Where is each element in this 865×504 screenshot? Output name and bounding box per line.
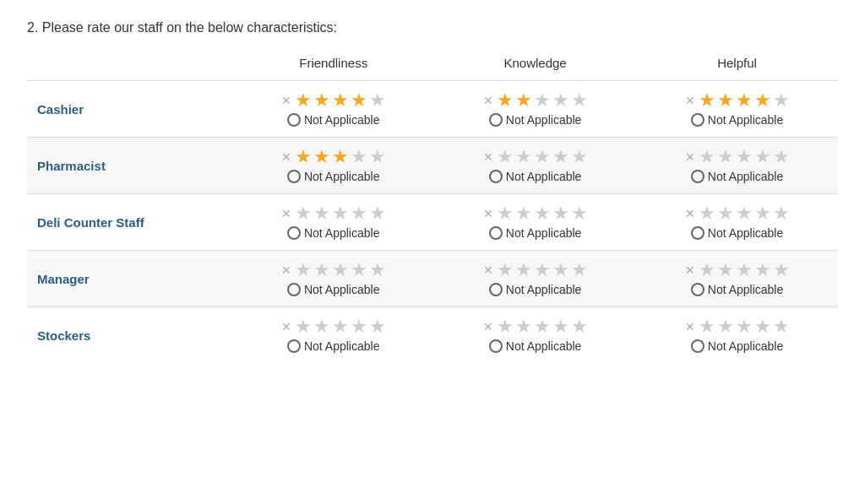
radio-not-applicable[interactable] <box>691 283 705 296</box>
stars-row-1-friendliness[interactable]: ✕★★★★★ <box>242 148 424 166</box>
na-row-4-helpful[interactable]: Not Applicable <box>646 339 828 353</box>
radio-not-applicable[interactable] <box>691 226 705 240</box>
stars-row-4-helpful[interactable]: ✕★★★★★ <box>646 317 828 336</box>
x-mark-icon[interactable]: ✕ <box>685 263 695 277</box>
star-empty[interactable]: ★ <box>571 204 588 223</box>
star-empty[interactable]: ★ <box>295 261 312 279</box>
radio-not-applicable[interactable] <box>489 170 503 183</box>
na-row-2-friendliness[interactable]: Not Applicable <box>242 226 424 240</box>
star-filled[interactable]: ★ <box>295 148 312 166</box>
star-empty[interactable]: ★ <box>515 317 532 336</box>
stars-row-0-friendliness[interactable]: ✕★★★★★ <box>242 91 424 110</box>
na-row-0-helpful[interactable]: Not Applicable <box>646 113 828 127</box>
star-filled[interactable]: ★ <box>313 91 330 110</box>
x-mark-icon[interactable]: ✕ <box>483 94 493 107</box>
star-empty[interactable]: ★ <box>313 261 330 279</box>
star-filled[interactable]: ★ <box>515 91 532 110</box>
star-empty[interactable]: ★ <box>699 148 715 166</box>
x-mark-icon[interactable]: ✕ <box>281 263 291 277</box>
star-empty[interactable]: ★ <box>571 91 588 110</box>
star-empty[interactable]: ★ <box>552 91 569 110</box>
star-empty[interactable]: ★ <box>332 317 349 336</box>
stars-row-1-knowledge[interactable]: ✕★★★★★ <box>444 148 626 166</box>
star-empty[interactable]: ★ <box>534 91 551 110</box>
star-empty[interactable]: ★ <box>497 261 514 279</box>
star-filled[interactable]: ★ <box>717 91 734 110</box>
star-empty[interactable]: ★ <box>497 317 514 336</box>
radio-not-applicable[interactable] <box>287 283 301 296</box>
star-filled[interactable]: ★ <box>736 91 753 110</box>
star-empty[interactable]: ★ <box>552 317 569 336</box>
na-row-4-friendliness[interactable]: Not Applicable <box>242 339 424 353</box>
star-empty[interactable]: ★ <box>754 204 771 223</box>
star-empty[interactable]: ★ <box>717 148 734 166</box>
star-empty[interactable]: ★ <box>736 261 753 279</box>
star-filled[interactable]: ★ <box>332 148 349 166</box>
star-empty[interactable]: ★ <box>754 148 771 166</box>
star-empty[interactable]: ★ <box>773 91 790 110</box>
star-empty[interactable]: ★ <box>313 204 330 223</box>
stars-row-0-helpful[interactable]: ✕★★★★★ <box>646 91 828 110</box>
star-empty[interactable]: ★ <box>369 317 386 336</box>
star-empty[interactable]: ★ <box>571 148 588 166</box>
star-empty[interactable]: ★ <box>351 148 367 166</box>
star-empty[interactable]: ★ <box>295 204 312 223</box>
radio-not-applicable[interactable] <box>489 283 503 296</box>
stars-row-4-friendliness[interactable]: ✕★★★★★ <box>242 317 424 336</box>
na-row-2-helpful[interactable]: Not Applicable <box>646 226 828 240</box>
stars-row-2-helpful[interactable]: ✕★★★★★ <box>646 204 828 223</box>
stars-row-2-knowledge[interactable]: ✕★★★★★ <box>444 204 626 223</box>
star-empty[interactable]: ★ <box>571 317 588 336</box>
na-row-0-knowledge[interactable]: Not Applicable <box>444 113 626 127</box>
star-empty[interactable]: ★ <box>773 317 790 336</box>
star-empty[interactable]: ★ <box>332 204 349 223</box>
star-empty[interactable]: ★ <box>332 261 349 279</box>
star-filled[interactable]: ★ <box>699 91 715 110</box>
x-mark-icon[interactable]: ✕ <box>483 263 493 277</box>
na-row-0-friendliness[interactable]: Not Applicable <box>242 113 424 127</box>
star-empty[interactable]: ★ <box>497 148 514 166</box>
x-mark-icon[interactable]: ✕ <box>685 94 695 107</box>
star-empty[interactable]: ★ <box>369 204 386 223</box>
star-empty[interactable]: ★ <box>515 148 532 166</box>
star-filled[interactable]: ★ <box>332 91 349 110</box>
star-empty[interactable]: ★ <box>313 317 330 336</box>
x-mark-icon[interactable]: ✕ <box>281 207 291 220</box>
x-mark-icon[interactable]: ✕ <box>483 207 493 220</box>
na-row-1-helpful[interactable]: Not Applicable <box>646 170 828 183</box>
star-empty[interactable]: ★ <box>773 204 790 223</box>
star-empty[interactable]: ★ <box>552 261 569 279</box>
x-mark-icon[interactable]: ✕ <box>483 320 493 333</box>
star-empty[interactable]: ★ <box>699 261 715 279</box>
star-empty[interactable]: ★ <box>515 261 532 279</box>
radio-not-applicable[interactable] <box>287 339 301 353</box>
star-empty[interactable]: ★ <box>497 204 514 223</box>
na-row-3-knowledge[interactable]: Not Applicable <box>444 283 626 296</box>
star-empty[interactable]: ★ <box>351 317 367 336</box>
x-mark-icon[interactable]: ✕ <box>281 150 291 164</box>
stars-row-3-knowledge[interactable]: ✕★★★★★ <box>444 261 626 279</box>
star-empty[interactable]: ★ <box>369 148 386 166</box>
radio-not-applicable[interactable] <box>287 113 301 127</box>
na-row-2-knowledge[interactable]: Not Applicable <box>444 226 626 240</box>
star-filled[interactable]: ★ <box>295 91 312 110</box>
na-row-1-knowledge[interactable]: Not Applicable <box>444 170 626 183</box>
star-filled[interactable]: ★ <box>754 91 771 110</box>
radio-not-applicable[interactable] <box>691 339 705 353</box>
na-row-3-friendliness[interactable]: Not Applicable <box>242 283 424 296</box>
star-empty[interactable]: ★ <box>534 261 551 279</box>
na-row-3-helpful[interactable]: Not Applicable <box>646 283 828 296</box>
x-mark-icon[interactable]: ✕ <box>685 320 695 333</box>
star-empty[interactable]: ★ <box>369 261 386 279</box>
star-empty[interactable]: ★ <box>534 204 551 223</box>
star-empty[interactable]: ★ <box>552 204 569 223</box>
stars-row-3-friendliness[interactable]: ✕★★★★★ <box>242 261 424 279</box>
stars-row-2-friendliness[interactable]: ✕★★★★★ <box>242 204 424 223</box>
radio-not-applicable[interactable] <box>489 226 503 240</box>
radio-not-applicable[interactable] <box>489 339 503 353</box>
star-empty[interactable]: ★ <box>295 317 312 336</box>
star-empty[interactable]: ★ <box>699 204 715 223</box>
star-empty[interactable]: ★ <box>736 204 753 223</box>
star-empty[interactable]: ★ <box>351 204 367 223</box>
star-filled[interactable]: ★ <box>497 91 514 110</box>
